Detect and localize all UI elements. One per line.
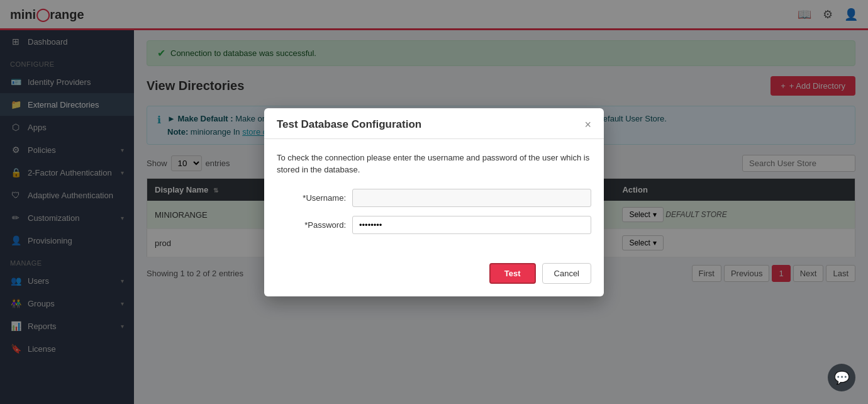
test-button[interactable]: Test — [489, 263, 536, 284]
modal-title: Test Database Configuration — [277, 118, 421, 131]
modal-header: Test Database Configuration × — [264, 108, 604, 139]
modal-footer: Test Cancel — [264, 255, 604, 296]
modal-body: To check the connection please enter the… — [264, 139, 604, 255]
modal-overlay[interactable]: Test Database Configuration × To check t… — [0, 0, 868, 404]
chat-bubble[interactable]: 💬 — [828, 364, 855, 391]
password-input[interactable] — [352, 216, 591, 234]
modal: Test Database Configuration × To check t… — [264, 108, 604, 296]
password-row: *Password: — [277, 216, 591, 234]
modal-close-button[interactable]: × — [584, 119, 591, 130]
username-row: *Username: — [277, 189, 591, 207]
username-input[interactable] — [352, 189, 591, 207]
username-label: *Username: — [277, 193, 346, 203]
modal-description: To check the connection please enter the… — [277, 152, 591, 176]
chat-icon: 💬 — [834, 370, 850, 385]
cancel-button[interactable]: Cancel — [542, 263, 591, 284]
password-label: *Password: — [277, 220, 346, 230]
